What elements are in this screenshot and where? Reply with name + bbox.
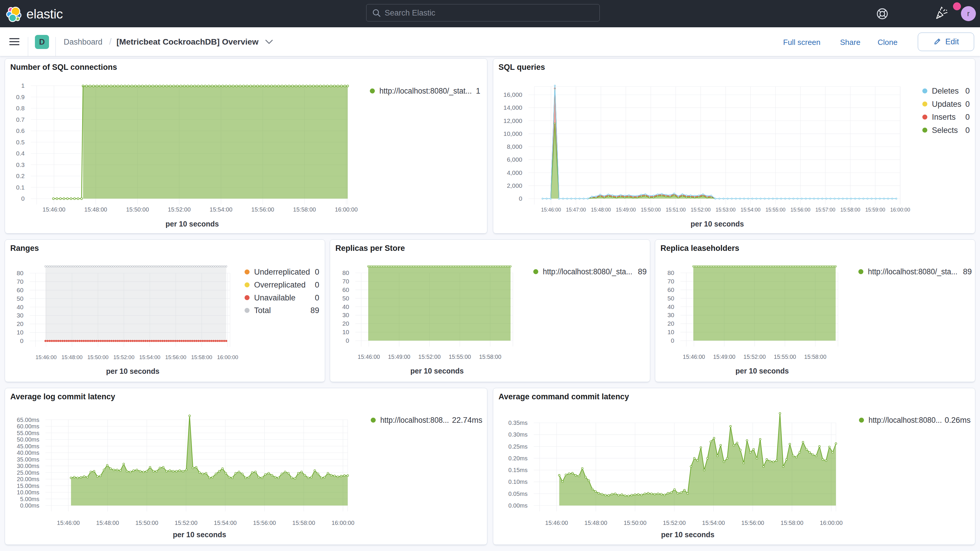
svg-text:Updates: Updates [932, 100, 961, 108]
svg-text:15:54:00: 15:54:00 [702, 519, 725, 526]
svg-text:60: 60 [342, 287, 349, 293]
svg-text:40.00ms: 40.00ms [17, 449, 39, 456]
svg-text:15:56:00: 15:56:00 [253, 519, 276, 526]
svg-text:15:50:00: 15:50:00 [135, 519, 158, 526]
svg-text:16:00:00: 16:00:00 [217, 354, 238, 360]
svg-text:0: 0 [20, 338, 24, 344]
svg-text:0.20ms: 0.20ms [508, 455, 528, 462]
svg-text:15.00ms: 15.00ms [17, 483, 39, 489]
svg-text:0: 0 [21, 195, 25, 202]
svg-text:4,000: 4,000 [507, 169, 522, 176]
svg-text:15:46:00: 15:46:00 [545, 519, 568, 526]
svg-text:15:58:00: 15:58:00 [840, 207, 860, 213]
svg-text:0.3: 0.3 [16, 161, 25, 168]
svg-text:per 10 seconds: per 10 seconds [661, 530, 714, 539]
svg-text:0.4: 0.4 [16, 150, 25, 157]
svg-text:15:55:00: 15:55:00 [765, 207, 786, 213]
svg-text:80: 80 [342, 269, 349, 276]
svg-text:70: 70 [668, 278, 674, 285]
svg-text:16:00:00: 16:00:00 [332, 519, 355, 526]
svg-text:Average command commit latency: Average command commit latency [498, 392, 629, 401]
svg-text:http://localhost:8080/_stat...: http://localhost:8080/_stat... [379, 86, 472, 96]
svg-text:15:56:00: 15:56:00 [791, 207, 810, 213]
svg-text:15:50:00: 15:50:00 [624, 519, 646, 526]
svg-text:15:48:00: 15:48:00 [84, 206, 107, 213]
svg-text:15:50:00: 15:50:00 [641, 207, 661, 213]
svg-text:0.26ms: 0.26ms [945, 416, 970, 425]
svg-text:per 10 seconds: per 10 seconds [410, 367, 464, 375]
svg-text:per 10 seconds: per 10 seconds [690, 220, 744, 228]
svg-text:0.15ms: 0.15ms [508, 467, 528, 473]
svg-text:Selects: Selects [932, 126, 958, 135]
svg-text:Number of SQL connections: Number of SQL connections [10, 63, 117, 72]
svg-text:0.00ms: 0.00ms [508, 502, 528, 509]
svg-text:Deletes: Deletes [932, 86, 959, 96]
svg-text:15:48:00: 15:48:00 [591, 207, 611, 213]
svg-text:89: 89 [963, 267, 972, 276]
svg-text:Total: Total [254, 306, 271, 315]
svg-text:15:52:00: 15:52:00 [418, 354, 441, 360]
svg-text:15:52:00: 15:52:00 [743, 354, 766, 360]
svg-text:SQL queries: SQL queries [498, 63, 545, 72]
svg-text:80: 80 [668, 269, 674, 276]
svg-text:60: 60 [668, 287, 674, 293]
svg-text:15:52:00: 15:52:00 [175, 519, 197, 526]
svg-text:16:00:00: 16:00:00 [820, 519, 843, 526]
svg-text:20: 20 [668, 320, 674, 327]
svg-text:15:58:00: 15:58:00 [781, 519, 803, 526]
svg-text:40: 40 [17, 304, 24, 311]
svg-text:Average log commit latency: Average log commit latency [10, 392, 115, 401]
svg-text:20.00ms: 20.00ms [17, 476, 39, 483]
svg-text:15:54:00: 15:54:00 [214, 519, 237, 526]
svg-text:15:48:00: 15:48:00 [584, 519, 608, 526]
svg-text:15:53:00: 15:53:00 [716, 207, 736, 213]
svg-text:15:47:00: 15:47:00 [566, 207, 586, 213]
svg-text:15:55:00: 15:55:00 [774, 354, 796, 360]
svg-text:0: 0 [519, 195, 522, 202]
svg-text:40: 40 [668, 303, 674, 310]
svg-text:50: 50 [342, 295, 349, 302]
svg-text:15:46:00: 15:46:00 [43, 206, 65, 213]
svg-text:60.00ms: 60.00ms [17, 423, 39, 430]
svg-text:0: 0 [965, 100, 970, 108]
svg-text:70: 70 [17, 278, 24, 285]
svg-text:15:58:00: 15:58:00 [479, 354, 501, 360]
svg-text:per 10 seconds: per 10 seconds [165, 220, 219, 228]
svg-text:0.35ms: 0.35ms [508, 420, 528, 426]
svg-text:15:50:00: 15:50:00 [88, 354, 108, 360]
svg-text:0.00ms: 0.00ms [20, 502, 39, 509]
svg-text:80: 80 [17, 270, 24, 276]
svg-text:15:46:00: 15:46:00 [683, 354, 705, 360]
svg-text:Underreplicated: Underreplicated [254, 268, 310, 276]
svg-text:20: 20 [17, 320, 24, 327]
svg-text:65.00ms: 65.00ms [17, 417, 39, 423]
svg-text:0: 0 [315, 268, 319, 276]
svg-text:Unavailable: Unavailable [254, 293, 296, 302]
svg-text:15:54:00: 15:54:00 [210, 206, 232, 213]
svg-text:35.00ms: 35.00ms [17, 456, 39, 463]
svg-text:15:49:00: 15:49:00 [388, 354, 410, 360]
svg-text:Replicas per Store: Replicas per Store [336, 244, 405, 253]
svg-text:25.00ms: 25.00ms [17, 470, 39, 476]
svg-text:50: 50 [668, 295, 674, 302]
svg-text:0: 0 [315, 280, 319, 289]
svg-text:30: 30 [17, 312, 24, 318]
svg-text:0: 0 [315, 293, 319, 302]
svg-text:Ranges: Ranges [10, 244, 39, 253]
svg-text:0.30ms: 0.30ms [508, 431, 528, 438]
svg-text:15:52:00: 15:52:00 [113, 354, 134, 360]
svg-text:15:59:00: 15:59:00 [865, 207, 885, 213]
svg-text:0.25ms: 0.25ms [508, 443, 528, 450]
svg-text:16:00:00: 16:00:00 [335, 206, 358, 213]
svg-text:10: 10 [342, 329, 349, 335]
svg-text:60: 60 [17, 287, 24, 293]
svg-text:Replica leaseholders: Replica leaseholders [660, 244, 740, 253]
svg-text:15:52:00: 15:52:00 [168, 206, 191, 213]
svg-text:0.8: 0.8 [16, 105, 25, 111]
svg-text:30: 30 [342, 312, 349, 318]
svg-text:15:49:00: 15:49:00 [616, 207, 636, 213]
svg-text:Overreplicated: Overreplicated [254, 280, 306, 289]
svg-text:15:54:00: 15:54:00 [139, 354, 161, 360]
svg-text:0: 0 [671, 337, 674, 344]
svg-text:15:48:00: 15:48:00 [96, 519, 119, 526]
